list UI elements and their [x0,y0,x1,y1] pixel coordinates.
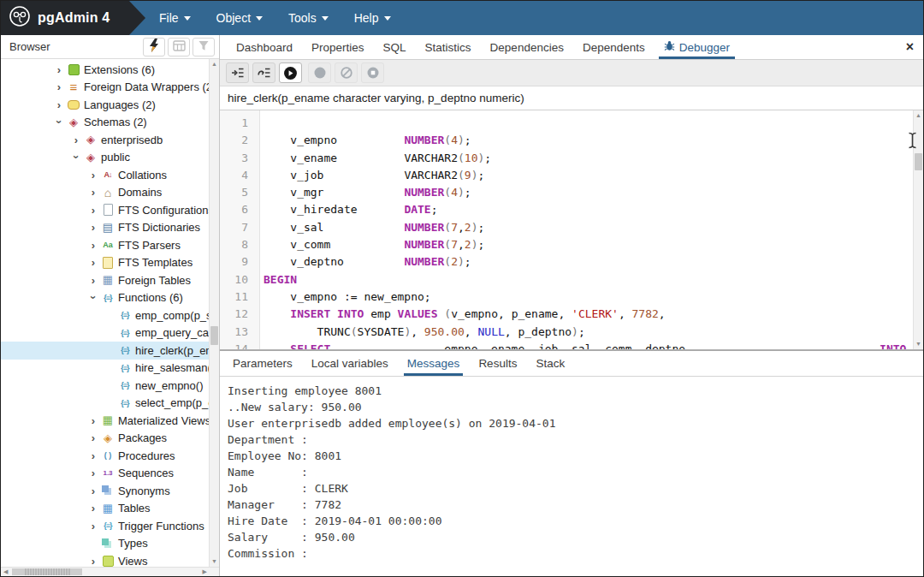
tree-scrollbar-thumb[interactable] [210,326,218,345]
tree-item-functions-6[interactable]: ›Functions (6) [1,289,209,307]
chevron-collapsed-icon[interactable]: › [86,485,100,497]
stop-button[interactable] [361,62,384,83]
chevron-collapsed-icon[interactable]: › [86,502,100,515]
chevron-collapsed-icon[interactable]: › [86,520,100,532]
chevron-collapsed-icon[interactable]: › [86,274,100,287]
tab-dependents[interactable]: Dependents [573,35,654,59]
tab-results[interactable]: Results [469,351,526,376]
filter-icon [198,40,210,54]
tab-stack[interactable]: Stack [526,351,574,376]
tree-item-packages[interactable]: ›Packages [1,430,209,448]
tree-item-views[interactable]: ›Views [1,552,209,567]
tree-item-label: Trigger Functions [116,520,204,532]
tree-item-fts-dictionaries[interactable]: ›FTS Dictionaries [1,219,209,237]
tree-item-public[interactable]: ›public [1,149,209,167]
chevron-collapsed-icon[interactable]: › [86,467,100,479]
chevron-collapsed-icon[interactable]: › [86,555,100,567]
editor-scroll-down-arrow-icon[interactable]: ▼ [914,340,923,348]
menu-tools[interactable]: Tools [288,11,329,25]
scroll-left-arrow-icon[interactable]: ◀ [3,568,8,576]
tree-item-sequences[interactable]: ›Sequences [1,465,209,483]
lightning-button[interactable] [143,38,165,57]
chevron-collapsed-icon[interactable]: › [86,431,100,444]
menu-help[interactable]: Help [354,11,391,25]
toggle-breakpoint-button[interactable] [308,62,331,83]
tree-item-new-empno[interactable]: new_empno() [1,377,209,395]
step-over-button[interactable] [252,62,275,83]
chevron-expanded-icon[interactable]: › [53,116,66,129]
tree-item-fts-templates[interactable]: ›FTS Templates [1,254,209,272]
chevron-collapsed-icon[interactable]: › [86,169,100,181]
close-panel-button[interactable]: × [906,40,914,54]
message-line: ..New salary: 950.00 [228,401,923,417]
tree-item-emp-comp-p-s[interactable]: emp_comp(p_s [1,306,209,324]
chevron-collapsed-icon[interactable]: › [86,449,100,462]
tab-dependencies[interactable]: Dependencies [481,35,573,59]
editor-vertical-scrollbar[interactable]: ▲ ▼ [913,110,923,349]
chevron-collapsed-icon[interactable]: › [86,256,100,269]
code-editor[interactable]: 1234567891011121314 v_empno NUMBER(4); v… [220,110,923,350]
menu-file[interactable]: File [159,11,191,25]
tab-statistics[interactable]: Statistics [416,35,481,59]
tree-item-types[interactable]: Types [1,535,209,553]
chevron-expanded-icon[interactable]: › [70,151,83,164]
chevron-expanded-icon[interactable]: › [87,291,100,305]
tree-item-fts-parsers[interactable]: ›FTS Parsers [1,236,209,254]
tree-item-extensions-6[interactable]: ›Extensions (6) [1,61,209,79]
tree-item-emp-query-cal[interactable]: emp_query_cal [1,324,209,342]
tree-item-tables[interactable]: ›Tables [1,500,209,518]
clear-all-breakpoints-button[interactable] [335,62,358,83]
step-into-button[interactable] [226,62,249,83]
tab-debugger[interactable]: Debugger [654,35,739,59]
chevron-collapsed-icon[interactable]: › [69,134,83,146]
chevron-collapsed-icon[interactable]: › [86,221,100,234]
filter-button[interactable] [192,38,215,57]
line-number-gutter: 1234567891011121314 [220,110,260,349]
tree-item-procedures[interactable]: ›Procedures [1,447,209,465]
tree-item-select-emp-p-e[interactable]: select_emp(p_e [1,395,209,413]
tree-item-synonyms[interactable]: ›Synonyms [1,482,209,500]
scroll-down-arrow-icon[interactable]: ▼ [210,557,219,566]
stop-icon [366,66,380,80]
tab-dashboard[interactable]: Dashboard [227,35,302,59]
tree-item-foreign-tables[interactable]: ›Foreign Tables [1,271,209,289]
continue-button[interactable] [279,62,302,83]
chevron-collapsed-icon[interactable]: › [52,98,66,111]
scroll-up-arrow-icon[interactable]: ▲ [210,60,219,68]
tree-vertical-scrollbar[interactable]: ▲ ▼ [209,59,219,567]
scroll-right-arrow-icon[interactable]: ▶ [203,568,207,576]
browser-panel-title: Browser [9,40,140,53]
tree-item-hire-salesman[interactable]: hire_salesman( [1,360,209,378]
tree-item-languages-2[interactable]: ›Languages (2) [1,96,209,114]
code-area[interactable]: v_empno NUMBER(4); v_ename VARCHAR2(10);… [260,110,923,349]
tree-item-fts-configurations[interactable]: ›FTS Configurations [1,201,209,219]
tab-messages[interactable]: Messages [398,351,470,376]
tree-item-hire-clerk-p-en[interactable]: hire_clerk(p_en [1,342,209,360]
tab-properties[interactable]: Properties [302,35,374,59]
tree-hscrollbar-thumb[interactable] [12,568,82,575]
chevron-collapsed-icon[interactable]: › [86,186,100,199]
menu-object[interactable]: Object [216,11,263,25]
chevron-collapsed-icon[interactable]: › [52,80,66,93]
materialized-view-icon [100,413,116,427]
tree-item-trigger-functions[interactable]: ›Trigger Functions [1,517,209,535]
tab-parameters[interactable]: Parameters [223,351,302,376]
tree-horizontal-scrollbar[interactable]: ◀ ▶ [1,567,219,576]
grid-button[interactable] [168,38,190,57]
tree-item-domains[interactable]: ›Domains [1,184,209,202]
tree-item-foreign-data-wrappers-2[interactable]: ›Foreign Data Wrappers (2 [1,79,209,97]
tab-sql[interactable]: SQL [374,35,416,59]
editor-scroll-up-arrow-icon[interactable]: ▲ [914,111,923,120]
code-line: v_empno NUMBER(4); [264,132,911,149]
chevron-collapsed-icon[interactable]: › [86,204,100,217]
tree-item-materialized-views[interactable]: ›Materialized Views [1,412,209,430]
tree-item-enterprisedb[interactable]: ›enterprisedb [1,131,209,149]
chevron-collapsed-icon[interactable]: › [86,239,100,252]
chevron-collapsed-icon[interactable]: › [86,414,100,427]
tree-item-collations[interactable]: ›Collations [1,166,209,184]
clear-all-breakpoints-icon [340,66,353,80]
editor-scrollbar-thumb[interactable] [915,153,922,170]
chevron-collapsed-icon[interactable]: › [52,63,66,76]
tab-local-variables[interactable]: Local variables [302,351,398,376]
tree-item-schemas-2[interactable]: ›Schemas (2) [1,114,209,132]
